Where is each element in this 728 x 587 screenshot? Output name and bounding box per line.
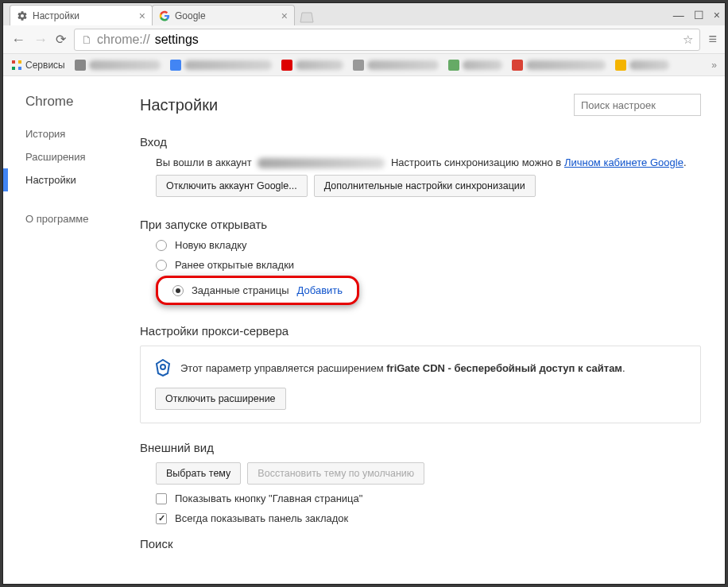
choose-theme-button[interactable]: Выбрать тему: [156, 462, 241, 485]
settings-main: Настройки Вход Вы вошли в аккаунт Настро…: [130, 76, 725, 584]
radio-icon: [156, 240, 167, 251]
always-show-bookmarks-checkbox[interactable]: Всегда показывать панель закладок: [156, 512, 701, 524]
page-title: Настройки: [140, 96, 218, 114]
favicon: [512, 60, 523, 71]
checkbox-icon: [156, 513, 167, 524]
bookmark-item[interactable]: [75, 60, 161, 71]
reload-button[interactable]: ⟳: [56, 32, 66, 47]
bookmark-label-blurred: [296, 60, 343, 70]
bookmark-star-icon[interactable]: ☆: [683, 33, 693, 47]
frigate-icon: [155, 359, 171, 377]
page-header: Настройки: [140, 94, 701, 116]
advanced-sync-button[interactable]: Дополнительные настройки синхронизации: [314, 175, 536, 197]
signin-prefix: Вы вошли в аккаунт: [156, 156, 252, 168]
checkbox-label: Всегда показывать панель закладок: [175, 512, 348, 524]
bookmark-item[interactable]: [281, 60, 343, 71]
section-proxy-title: Настройки прокси-сервера: [140, 324, 701, 338]
bookmark-label-blurred: [629, 60, 669, 70]
minimize-icon[interactable]: —: [673, 9, 684, 21]
forward-button[interactable]: →: [33, 33, 48, 47]
browser-window: Настройки × Google × — ☐ × ← → ⟳ 🗋 chrom…: [3, 3, 725, 584]
tab-google[interactable]: Google ×: [152, 5, 295, 25]
proxy-note-suffix: .: [622, 362, 625, 374]
browser-toolbar: ← → ⟳ 🗋 chrome://settings ☆ ≡: [3, 25, 725, 54]
checkbox-label: Показывать кнопку "Главная страница": [175, 492, 362, 504]
nav-history[interactable]: История: [3, 122, 130, 145]
svg-rect-3: [18, 67, 21, 70]
tab-settings[interactable]: Настройки ×: [10, 5, 153, 25]
section-signin: Вы вошли в аккаунт Настроить синхронизац…: [140, 156, 701, 197]
tab-title: Google: [175, 10, 206, 21]
bookmark-item[interactable]: [512, 60, 606, 71]
new-tab-button[interactable]: [297, 10, 316, 25]
tab-strip: Настройки × Google × — ☐ ×: [3, 3, 725, 25]
section-startup: Новую вкладку Ранее открытые вкладки Зад…: [140, 239, 701, 313]
close-icon[interactable]: ×: [281, 10, 288, 21]
nav-settings[interactable]: Настройки: [3, 168, 130, 191]
bookmark-label-blurred: [184, 60, 272, 70]
signin-suffix: Настроить синхронизацию можно в: [391, 156, 564, 168]
page-icon: 🗋: [81, 33, 92, 46]
bookmark-item[interactable]: [448, 60, 502, 71]
startup-radio-newtab[interactable]: Новую вкладку: [156, 239, 701, 251]
section-appearance: Выбрать тему Восстановить тему по умолча…: [140, 462, 701, 524]
bookmark-label-blurred: [526, 60, 606, 70]
bookmark-item[interactable]: [615, 60, 669, 71]
section-startup-title: При запуске открывать: [140, 218, 701, 231]
bookmarks-overflow-icon[interactable]: »: [711, 60, 717, 71]
disconnect-google-button[interactable]: Отключить аккаунт Google...: [156, 175, 308, 197]
signin-account-blurred: [258, 158, 385, 168]
proxy-note-prefix: Этот параметр управляется расширением: [180, 362, 386, 374]
window-controls: — ☐ ×: [673, 5, 720, 25]
favicon: [353, 60, 364, 71]
search-settings-input[interactable]: [574, 94, 701, 116]
reset-theme-button[interactable]: Восстановить тему по умолчанию: [247, 462, 424, 485]
bookmark-item[interactable]: [353, 60, 439, 71]
google-icon: [159, 10, 170, 21]
bookmarks-apps-shortcut[interactable]: Сервисы: [11, 60, 65, 71]
settings-page: Chrome История Расширения Настройки О пр…: [3, 76, 725, 584]
url-scheme: chrome://: [97, 33, 150, 47]
favicon: [170, 60, 181, 71]
google-account-link[interactable]: Личном кабинете Google: [564, 156, 683, 168]
bookmark-label-blurred: [367, 60, 439, 70]
tab-title: Настройки: [33, 10, 79, 21]
startup-radio-continue[interactable]: Ранее открытые вкладки: [156, 259, 701, 271]
favicon: [448, 60, 459, 71]
svg-rect-0: [12, 60, 15, 64]
back-button[interactable]: ←: [11, 33, 25, 47]
main-menu-icon[interactable]: ≡: [708, 31, 717, 48]
radio-icon[interactable]: [172, 285, 184, 296]
favicon: [615, 60, 626, 71]
section-signin-title: Вход: [140, 135, 701, 149]
maximize-icon[interactable]: ☐: [694, 9, 704, 21]
nav-about[interactable]: О программе: [3, 207, 130, 230]
radio-label: Новую вкладку: [175, 239, 247, 251]
address-bar[interactable]: 🗋 chrome://settings ☆: [74, 29, 700, 51]
disable-extension-button[interactable]: Отключить расширение: [155, 388, 286, 410]
close-icon[interactable]: ×: [139, 10, 145, 21]
apps-icon: [11, 60, 22, 71]
radio-icon: [156, 260, 167, 271]
startup-radio-specific-highlighted: Заданные страницы Добавить: [156, 276, 359, 305]
signin-status-line: Вы вошли в аккаунт Настроить синхронизац…: [156, 156, 701, 168]
brand-title: Chrome: [3, 94, 130, 122]
bookmarks-bar: Сервисы »: [3, 54, 725, 76]
checkbox-icon: [156, 493, 167, 504]
close-window-icon[interactable]: ×: [714, 9, 720, 21]
section-appearance-title: Внешний вид: [140, 441, 701, 454]
proxy-managed-note: Этот параметр управляется расширением fr…: [155, 359, 686, 377]
nav-extensions[interactable]: Расширения: [3, 145, 130, 168]
radio-label: Заданные страницы: [192, 284, 289, 296]
startup-set-pages-link[interactable]: Добавить: [297, 284, 343, 296]
proxy-info-box: Этот параметр управляется расширением fr…: [140, 346, 701, 423]
favicon: [75, 60, 86, 71]
bookmark-item[interactable]: [170, 60, 272, 71]
svg-point-4: [161, 365, 165, 369]
show-home-button-checkbox[interactable]: Показывать кнопку "Главная страница": [156, 492, 701, 504]
period: .: [683, 156, 687, 168]
url-path: settings: [155, 33, 199, 47]
proxy-extension-name: friGate CDN - бесперебойный доступ к сай…: [386, 362, 622, 374]
nav-divider: [3, 191, 130, 207]
gear-icon: [17, 10, 28, 21]
